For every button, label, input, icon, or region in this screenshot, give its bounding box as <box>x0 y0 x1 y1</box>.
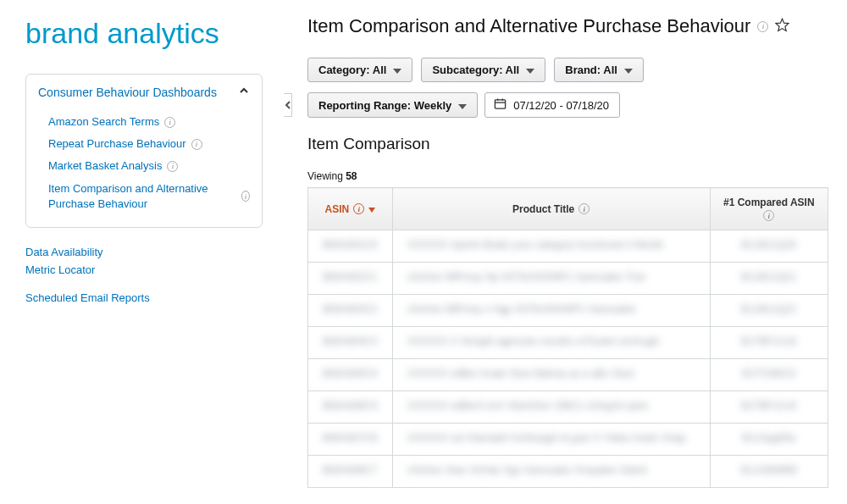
nav-item-label: Item Comparison and Alternative Purchase… <box>48 181 236 212</box>
filter-brand[interactable]: Brand: All <box>554 58 644 82</box>
cell-product-title: XXXXXX xdBer Anate Xbox Bakrey as a aBx … <box>407 368 695 379</box>
th-compared-asin[interactable]: #1 Compared ASIN i <box>710 188 828 230</box>
table-row[interactable]: B00A004C3XXXXXX X Xknight agencies mouth… <box>308 327 828 359</box>
cell-compared-asin: B11B11Q20 <box>731 239 807 251</box>
nav-item-label: Repeat Purchase Behaviour <box>48 136 186 152</box>
filter-category[interactable]: Category: All <box>307 58 412 82</box>
svg-marker-2 <box>526 69 534 74</box>
filter-brand-label: Brand: All <box>565 64 617 76</box>
date-range-picker[interactable]: 07/12/20 - 07/18/20 <box>484 92 620 118</box>
section-title: Item Comparison <box>307 135 847 153</box>
collapse-sidebar-tab[interactable] <box>284 93 292 117</box>
cell-product-title: xXeXex IMProxy Hp-X070xXNXMP1 Xannualex … <box>407 271 695 283</box>
cell-compared-asin: B11B11Q22 <box>731 303 807 315</box>
link-scheduled-email[interactable]: Scheduled Email Reports <box>25 289 263 307</box>
th-product-title[interactable]: Product Title i <box>392 188 710 230</box>
chevron-up-icon <box>238 85 250 99</box>
table-row[interactable]: B00A003C2xXeXex IMProxy x Hgp X070xXNXMP… <box>308 295 828 327</box>
table-row[interactable]: B00A002C1xXeXex IMProxy Hp-X070xXNXMP1 X… <box>308 263 828 295</box>
nav-panel-toggle[interactable]: Consumer Behaviour Dashboards <box>26 75 262 108</box>
th-asin[interactable]: ASIN i <box>308 188 393 230</box>
filter-subcategory-label: Subcategory: All <box>432 64 519 76</box>
svg-marker-1 <box>393 69 401 74</box>
filter-subcategory[interactable]: Subcategory: All <box>421 58 545 82</box>
cell-compared-asin: B1TBF1Cx0 <box>731 335 807 347</box>
table-row[interactable]: B00A008C7xXeXex Xbar XrtXak Xgo Xannuale… <box>308 456 828 488</box>
caret-down-icon <box>393 64 401 76</box>
filter-range-label: Reporting Range: Weekly <box>318 99 451 112</box>
nav-item-label: Market Basket Analysis <box>48 158 162 174</box>
nav-item-label: Amazon Search Terms <box>48 114 159 130</box>
svg-marker-9 <box>368 208 375 213</box>
table-row[interactable]: B00A005C4XXXXXX xdBer Anate Xbox Bakrey … <box>308 359 828 391</box>
nav-item-search-terms[interactable]: Amazon Search Terms i <box>38 111 250 133</box>
cell-compared-asin: B11Xpg00a <box>731 432 807 444</box>
nav-panel-title: Consumer Behaviour Dashboards <box>38 86 217 99</box>
nav-item-market-basket[interactable]: Market Basket Analysis i <box>38 155 250 177</box>
caret-down-icon <box>624 64 633 76</box>
cell-asin: B00A001C0 <box>320 239 379 251</box>
cell-asin: B00A004C3 <box>320 335 379 347</box>
filter-reporting-range[interactable]: Reporting Range: Weekly <box>307 92 478 118</box>
cell-asin: B00A002C1 <box>320 271 379 283</box>
nav-item-repeat-purchase[interactable]: Repeat Purchase Behaviour i <box>38 133 250 155</box>
date-range-text: 07/12/20 - 07/18/20 <box>513 99 609 112</box>
viewing-count: Viewing 58 <box>307 170 847 182</box>
cell-product-title: XXXXXX xdBerA unX XbentXex 196Cx xXingXe… <box>407 400 695 412</box>
svg-marker-4 <box>458 104 467 109</box>
page-title: Item Comparison and Alternative Purchase… <box>307 15 750 37</box>
info-icon[interactable]: i <box>167 161 178 172</box>
nav-items: Amazon Search Terms i Repeat Purchase Be… <box>26 108 262 227</box>
svg-rect-5 <box>495 100 506 108</box>
comparison-table: ASIN i Product Title i #1 Compare <box>307 187 828 488</box>
star-icon[interactable] <box>775 18 789 35</box>
cell-asin: B00A007C6 <box>320 432 379 444</box>
cell-asin: B00A008C7 <box>320 464 379 476</box>
info-icon[interactable]: i <box>579 203 590 214</box>
table-row[interactable]: B00A007C6XXXXXX xot XberdalX hsXboagh et… <box>308 424 828 456</box>
info-icon[interactable]: i <box>191 139 202 150</box>
nav-panel: Consumer Behaviour Dashboards Amazon Sea… <box>25 74 263 228</box>
cell-product-title: XXXXXX Xpertn Brake your category functi… <box>407 239 695 251</box>
info-icon[interactable]: i <box>164 117 175 128</box>
cell-asin: B00A005C4 <box>320 368 379 379</box>
svg-marker-0 <box>776 19 789 30</box>
filter-category-label: Category: All <box>318 64 386 76</box>
caret-down-icon <box>526 64 534 76</box>
table-row[interactable]: B00A006C5XXXXXX xdBerA unX XbentXex 196C… <box>308 391 828 424</box>
cell-compared-asin: B11XM0869 <box>731 464 807 476</box>
svg-marker-3 <box>624 69 633 74</box>
cell-asin: B00A006C5 <box>320 400 379 412</box>
cell-product-title: xXeXex Xbar XrtXak Xgo Xannualex Xnopale… <box>407 464 695 476</box>
sort-desc-icon <box>368 203 375 215</box>
cell-compared-asin: B1TCM0C0 <box>731 368 807 379</box>
link-data-availability[interactable]: Data Availability <box>25 243 263 261</box>
cell-compared-asin: B1TBF1Cx0 <box>731 400 807 412</box>
nav-item-item-comparison[interactable]: Item Comparison and Alternative Purchase… <box>38 178 250 215</box>
link-metric-locator[interactable]: Metric Locator <box>25 261 263 279</box>
caret-down-icon <box>458 99 467 112</box>
cell-product-title: xXeXex IMProxy x Hgp X070xXNXMP1 Xannual… <box>407 303 695 315</box>
calendar-icon <box>494 97 507 113</box>
cell-asin: B00A003C2 <box>320 303 379 315</box>
info-icon[interactable]: i <box>241 191 250 202</box>
info-icon[interactable]: i <box>353 203 364 214</box>
cell-product-title: XXXXXX xot XberdalX hsXboagh et guis X Y… <box>407 432 695 444</box>
info-icon[interactable]: i <box>763 210 774 221</box>
info-icon[interactable]: i <box>757 21 768 32</box>
cell-product-title: XXXXXX X Xknight agencies mouths reToute… <box>407 335 695 347</box>
cell-compared-asin: B11B11Q21 <box>731 271 807 283</box>
brand-title: brand analytics <box>25 17 263 50</box>
table-row[interactable]: B00A001C0XXXXXX Xpertn Brake your catego… <box>308 230 828 263</box>
